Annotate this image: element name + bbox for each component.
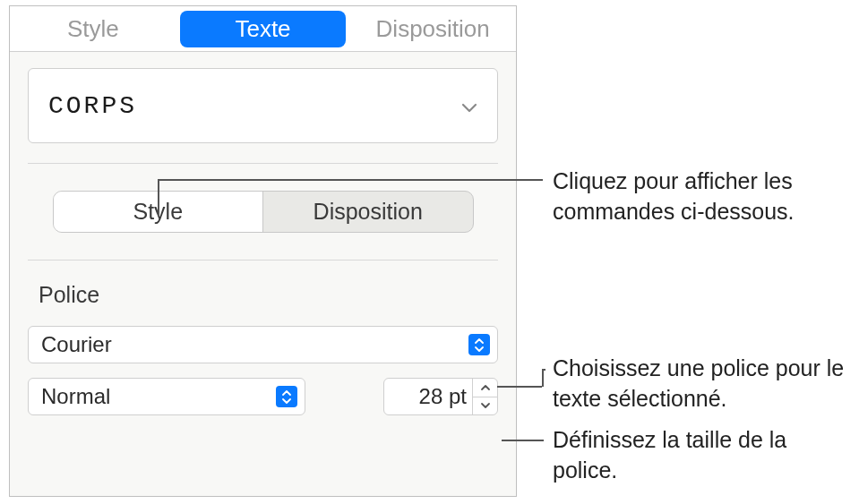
format-panel: Style Texte Disposition CORPS Style Disp… xyxy=(9,5,517,497)
annotation-line xyxy=(158,179,543,181)
paragraph-style-label: CORPS xyxy=(48,92,137,120)
chevron-down-icon xyxy=(461,100,477,111)
annotation-line xyxy=(158,179,159,217)
font-row-2: Normal 28 pt xyxy=(28,378,498,415)
typeface-popup[interactable]: Normal xyxy=(28,378,305,415)
paragraph-style-popup[interactable]: CORPS xyxy=(28,68,498,143)
font-row: Courier xyxy=(28,326,498,363)
annotation-line xyxy=(542,369,544,387)
top-tabs: Style Texte Disposition xyxy=(10,6,516,52)
stepper-down-button[interactable] xyxy=(473,397,497,415)
font-size-field[interactable]: 28 pt xyxy=(383,378,498,415)
tab-style[interactable]: Style xyxy=(10,6,176,52)
font-size-value: 28 pt xyxy=(391,384,472,409)
font-family-popup[interactable]: Courier xyxy=(28,326,498,363)
popup-arrows-icon xyxy=(468,334,490,355)
tab-disposition[interactable]: Disposition xyxy=(349,6,516,52)
annotation-line xyxy=(542,369,545,371)
font-family-label: Courier xyxy=(41,332,112,357)
popup-arrows-icon xyxy=(276,386,297,407)
annotation-line xyxy=(502,440,544,441)
stepper-up-button[interactable] xyxy=(473,379,497,397)
seg-disposition[interactable]: Disposition xyxy=(263,192,473,232)
police-heading: Police xyxy=(39,282,516,308)
typeface-label: Normal xyxy=(41,384,110,409)
callout-text: Cliquez pour afficher les commandes ci-d… xyxy=(553,167,853,227)
annotation-line xyxy=(497,386,542,388)
callout-text: Définissez la taille de la police. xyxy=(553,425,839,486)
divider xyxy=(28,163,498,164)
segmented-style-disposition: Style Disposition xyxy=(53,191,474,233)
divider xyxy=(28,260,498,261)
size-stepper xyxy=(472,379,497,414)
callout-text: Choisissez une police pour le texte séle… xyxy=(553,354,853,414)
tab-texte[interactable]: Texte xyxy=(180,11,347,47)
